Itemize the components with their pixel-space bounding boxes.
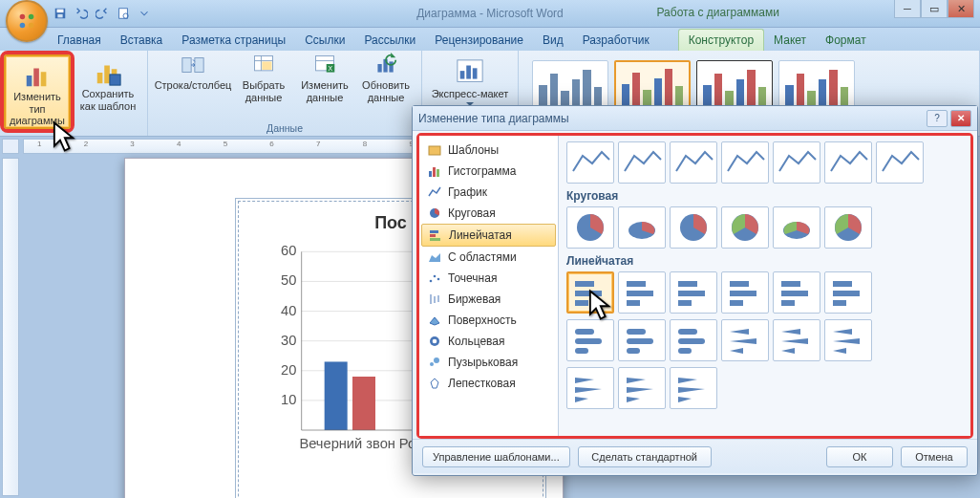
select-data-button[interactable]: Выбрать данные — [234, 53, 293, 103]
row-line-thumb-6[interactable] — [876, 141, 924, 184]
category-item-9[interactable]: Кольцевая — [421, 331, 556, 352]
dialog-help-button[interactable]: ? — [927, 110, 948, 127]
svg-rect-77 — [575, 281, 594, 287]
category-item-10[interactable]: Пузырьковая — [421, 352, 556, 373]
svg-text:30: 30 — [281, 333, 296, 348]
category-label: Пузырьковая — [448, 356, 518, 369]
refresh-data-button[interactable]: Обновить данные — [356, 53, 415, 103]
row-line-thumb-2[interactable] — [670, 141, 717, 184]
svg-rect-17 — [195, 58, 203, 73]
window-close-button[interactable]: ✕ — [948, 0, 974, 18]
preview-icon[interactable] — [116, 6, 131, 21]
row-bar2-thumb-4[interactable] — [773, 319, 820, 361]
row-line-thumb-1[interactable] — [618, 141, 666, 184]
switch-row-col-button[interactable]: Строка/столбец — [154, 53, 232, 103]
row-bar3-thumb-1[interactable] — [618, 367, 666, 409]
tab-mailings[interactable]: Рассылки — [354, 30, 425, 51]
row-bar1-thumb-4[interactable] — [773, 271, 820, 314]
row-line-thumb-5[interactable] — [824, 141, 872, 184]
row-bar1-thumb-1[interactable] — [618, 271, 666, 314]
section-pie-title: Круговая — [566, 189, 963, 203]
dialog-titlebar[interactable]: Изменение типа диаграммы ? ✕ — [413, 106, 977, 131]
svg-rect-86 — [730, 281, 749, 287]
manage-templates-button[interactable]: Управление шаблонами... — [422, 446, 570, 467]
row-pie-thumb-2[interactable] — [670, 206, 717, 249]
svg-rect-53 — [429, 146, 440, 155]
ribbon-tabs: Главная Вставка Разметка страницы Ссылки… — [0, 28, 980, 51]
row-bar1-thumb-5[interactable] — [824, 271, 872, 314]
ok-button[interactable]: ОК — [826, 446, 893, 467]
row-line-thumb-4[interactable] — [773, 141, 820, 184]
office-button[interactable] — [6, 0, 48, 42]
category-item-8[interactable]: Поверхность — [421, 310, 556, 331]
category-item-4[interactable]: Линейчатая — [421, 224, 556, 247]
ruler-corner[interactable] — [2, 139, 19, 154]
category-item-7[interactable]: Биржевая — [421, 289, 556, 310]
tab-page-layout[interactable]: Разметка страницы — [172, 30, 295, 51]
row-bar3-thumb-0[interactable] — [566, 367, 614, 409]
row-pie-thumb-1[interactable] — [618, 206, 666, 249]
svg-point-68 — [433, 339, 437, 344]
row-bar2-thumb-0[interactable] — [566, 319, 614, 361]
row-pie-thumb-5[interactable] — [824, 206, 872, 249]
svg-point-69 — [430, 362, 434, 366]
svg-rect-98 — [627, 329, 646, 335]
row-bar1-thumb-2[interactable] — [670, 271, 717, 314]
dialog-close-button[interactable]: ✕ — [950, 110, 971, 127]
tab-review[interactable]: Рецензирование — [425, 30, 533, 51]
row-bar2-thumb-2[interactable] — [670, 319, 717, 361]
row-bar3-thumb-2[interactable] — [670, 367, 717, 409]
category-item-0[interactable]: Шаблоны — [421, 140, 556, 161]
tab-layout[interactable]: Макет — [764, 30, 816, 51]
row-line-thumb-0[interactable] — [566, 141, 614, 184]
select-data-icon — [251, 53, 276, 79]
row-bar2-thumb-1[interactable] — [618, 319, 666, 361]
row-bar1-thumb-0[interactable] — [566, 271, 614, 314]
tab-insert[interactable]: Вставка — [111, 30, 173, 51]
category-icon — [427, 334, 442, 349]
tab-references[interactable]: Ссылки — [295, 30, 354, 51]
row-pie-thumb-4[interactable] — [773, 206, 820, 249]
vertical-ruler[interactable] — [2, 158, 19, 496]
svg-marker-115 — [575, 397, 588, 402]
undo-icon[interactable] — [74, 6, 89, 21]
edit-data-button[interactable]: X Изменить данные — [295, 53, 354, 103]
category-item-5[interactable]: С областями — [421, 247, 556, 268]
row-pie-thumb-3[interactable] — [721, 206, 769, 249]
category-item-6[interactable]: Точечная — [421, 268, 556, 289]
dialog-button-row: Управление шаблонами... Сделать стандарт… — [413, 439, 977, 473]
refresh-data-label: Обновить данные — [362, 79, 410, 103]
quick-layout-button[interactable]: Экспресс-макет — [428, 53, 512, 108]
tab-developer[interactable]: Разработчик — [573, 30, 659, 51]
category-item-2[interactable]: График — [421, 182, 556, 203]
redo-icon[interactable] — [95, 6, 110, 21]
save-icon[interactable] — [53, 6, 68, 21]
svg-point-1 — [29, 14, 34, 20]
save-as-template-button[interactable]: Сохранить как шаблон — [75, 53, 141, 113]
svg-rect-79 — [575, 300, 588, 306]
svg-rect-56 — [437, 169, 439, 177]
tab-view[interactable]: Вид — [533, 30, 573, 51]
svg-rect-28 — [389, 61, 393, 72]
row-line-thumb-3[interactable] — [721, 141, 769, 184]
set-default-button[interactable]: Сделать стандартной — [578, 446, 712, 467]
category-item-11[interactable]: Лепестковая — [421, 373, 556, 394]
category-item-1[interactable]: Гистограмма — [421, 161, 556, 182]
svg-point-63 — [437, 278, 440, 281]
tab-home[interactable]: Главная — [48, 30, 111, 51]
svg-marker-107 — [781, 329, 800, 335]
change-chart-type-button[interactable]: Изменить тип диаграммы — [4, 54, 71, 129]
row-bar2-thumb-5[interactable] — [824, 319, 872, 361]
cancel-button[interactable]: Отмена — [901, 446, 968, 467]
qat-dropdown-icon[interactable] — [137, 6, 152, 21]
row-bar2-thumb-3[interactable] — [721, 319, 769, 361]
row-bar1-thumb-3[interactable] — [721, 271, 769, 314]
minimize-button[interactable]: ─ — [894, 0, 921, 18]
maximize-button[interactable]: ▭ — [921, 0, 948, 18]
category-item-3[interactable]: Круговая — [421, 203, 556, 224]
window-title: Диаграмма - Microsoft Word — [416, 7, 564, 20]
tab-design[interactable]: Конструктор — [678, 29, 764, 51]
change-chart-type-highlight: Изменить тип диаграммы — [0, 51, 75, 133]
row-pie-thumb-0[interactable] — [566, 206, 614, 249]
tab-format[interactable]: Формат — [816, 30, 876, 51]
